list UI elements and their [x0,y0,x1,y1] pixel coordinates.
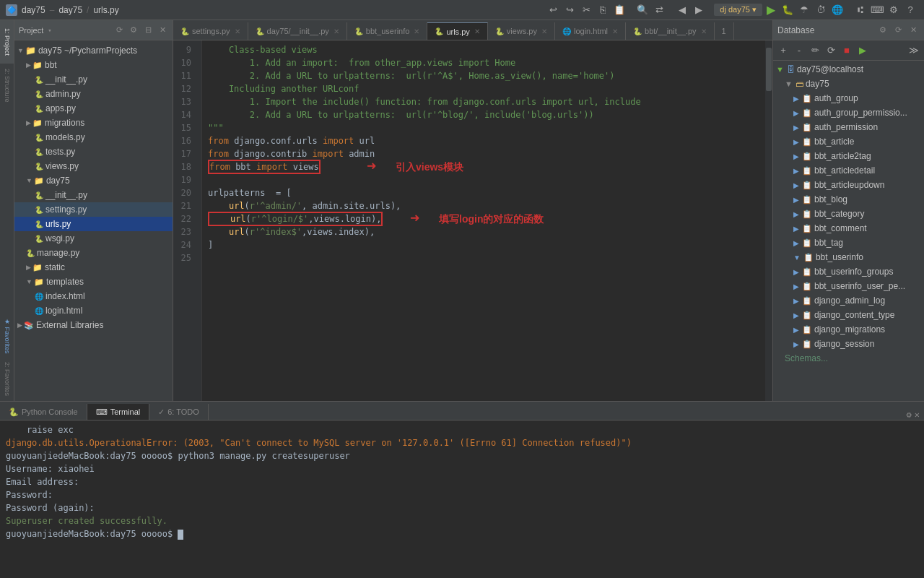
tree-wsgi-py[interactable]: 🐍 wsgi.py [14,231,173,246]
db-close-btn[interactable]: ✕ [907,24,920,37]
tab-views-py[interactable]: 🐍 views.py ✕ [488,22,555,40]
tree-init-py[interactable]: 🐍 __init__.py [14,72,173,87]
db-bbt-article2tag[interactable]: ▶ 📋 bbt_article2tag [773,149,924,163]
database-panel: Database ⚙ ⟳ ✕ + - ✏ ⟳ ■ ▶ ≫ [772,20,924,401]
copy-btn[interactable]: ⎘ [595,3,611,17]
db-django-migrations[interactable]: ▶ 📋 django_migrations [773,322,924,337]
db-add-btn[interactable]: + [776,43,790,58]
terminal-tab[interactable]: ⌨ Terminal [87,404,150,420]
db-refresh-btn[interactable]: ⟳ [892,24,905,37]
tab-favorites[interactable]: ★ Favorites [0,314,14,358]
django-btn[interactable]: 🌐 [829,3,845,17]
db-run-btn[interactable]: ▶ [855,43,870,58]
tree-urls-py[interactable]: 🐍 urls.py [14,217,173,231]
tree-settings-py[interactable]: 🐍 settings.py [14,202,173,217]
db-django-admin-log[interactable]: ▶ 📋 django_admin_log [773,293,924,308]
tabs-bar: 🐍 settings.py ✕ 🐍 day75/__init__.py ✕ 🐍 … [173,20,772,40]
db-server-node[interactable]: ▼ 🗄 day75@localhost [773,62,924,77]
replace-btn[interactable]: ⇄ [651,3,667,17]
tab-day75-init[interactable]: 🐍 day75/__init__.py ✕ [248,22,347,40]
settings-btn[interactable]: ⚙ [886,3,902,17]
tab-favorites2[interactable]: 2: Favorites [0,358,14,401]
cut-btn[interactable]: ✂ [578,3,594,17]
tab-num1[interactable]: 1 [715,22,734,40]
tree-admin-py[interactable]: 🐍 admin.py [14,87,173,101]
tab-bbt-userinfo[interactable]: 🐍 bbt_userinfo ✕ [347,22,428,40]
tree-root[interactable]: ▼ 📁 day75 ~/PycharmProjects [14,43,173,58]
db-settings-btn[interactable]: ⚙ [876,24,889,37]
tree-migrations[interactable]: ▶ 📁 migrations [14,116,173,130]
db-bbt-userinfo-user[interactable]: ▶ 📋 bbt_userinfo_user_pe... [773,279,924,293]
tree-models-py[interactable]: 🐍 models.py [14,130,173,144]
debug-btn[interactable]: 🐛 [780,3,796,17]
project-label: Project [19,26,43,35]
terminal-btn[interactable]: ⌨ [869,3,885,17]
db-auth-group-perm[interactable]: ▶ 📋 auth_group_permissio... [773,105,924,120]
db-bbt-blog[interactable]: ▶ 📋 bbt_blog [773,192,924,207]
db-bbt-articledetail[interactable]: ▶ 📋 bbt_articledetail [773,163,924,178]
coverage-btn[interactable]: ☂ [796,3,812,17]
mini-map[interactable] [765,40,772,401]
terminal-close-icon[interactable]: ✕ [915,410,920,420]
bottom-tabs: 🐍 Python Console ⌨ Terminal ✓ 6: TODO ⚙ … [0,402,924,420]
search-btn[interactable]: 🔍 [635,3,650,17]
tab-project[interactable]: 1: Project [0,20,14,64]
paste-btn[interactable]: 📋 [611,3,627,17]
db-edit-btn[interactable]: ✏ [808,43,822,58]
db-bbt-userinfo-groups[interactable]: ▶ 📋 bbt_userinfo_groups [773,264,924,279]
tree-templates[interactable]: ▼ 📁 templates [14,275,173,289]
db-more-btn[interactable]: ≫ [907,43,921,58]
tab-settings-py[interactable]: 🐍 settings.py ✕ [173,22,248,40]
terminal-content[interactable]: raise exc django.db.utils.OperationalErr… [0,420,924,578]
code-editor[interactable]: 9 10 11 12 13 14 15 16 17 18 19 20 21 22 [173,40,772,401]
db-auth-perm[interactable]: ▶ 📋 auth_permission [773,120,924,134]
tab-urls-py[interactable]: 🐍 urls.py ✕ [427,22,487,40]
db-bbt-comment[interactable]: ▶ 📋 bbt_comment [773,221,924,236]
tree-day75-sub[interactable]: ▼ 📁 day75 [14,173,173,188]
python-console-tab[interactable]: 🐍 Python Console [0,404,87,420]
tree-tests-py[interactable]: 🐍 tests.py [14,144,173,159]
forward-btn[interactable]: ▶ [691,3,707,17]
help-btn[interactable]: ? [902,3,918,17]
db-remove-btn[interactable]: - [792,43,806,58]
db-stop-btn[interactable]: ■ [840,43,854,58]
back-btn[interactable]: ◀ [674,3,690,17]
db-django-session[interactable]: ▶ 📋 django_session [773,337,924,351]
db-schemas[interactable]: Schemas... [773,351,924,366]
tab-bbt-init[interactable]: 🐍 bbt/__init__.py ✕ [626,22,715,40]
code-line-22: url(r'^login/$',views.login), ➜ 填写login的… [208,212,759,225]
db-bbt-articleupdown[interactable]: ▶ 📋 bbt_articleupdown [773,178,924,192]
tree-sub-init[interactable]: 🐍 __init__.py [14,188,173,202]
vcs-btn[interactable]: ⑆ [853,3,868,17]
hide-btn[interactable]: ✕ [157,25,168,36]
db-day75[interactable]: ▼ 🗃 day75 [773,77,924,91]
db-django-content[interactable]: ▶ 📋 django_content_type [773,308,924,322]
db-bbt-userinfo[interactable]: ▼ 📋 bbt_userinfo [773,250,924,264]
run-config-selector[interactable]: dj day75 ▾ [714,4,762,16]
tree-views-py[interactable]: 🐍 views.py [14,159,173,173]
todo-tab[interactable]: ✓ 6: TODO [149,404,209,420]
undo-btn[interactable]: ↩ [545,3,561,17]
db-refresh2-btn[interactable]: ⟳ [824,43,838,58]
tree-bbt-folder[interactable]: ▶ 📁 bbt [14,58,173,72]
db-bbt-tag[interactable]: ▶ 📋 bbt_tag [773,236,924,250]
db-bbt-category[interactable]: ▶ 📋 bbt_category [773,207,924,221]
profile-btn[interactable]: ⏱ [813,3,829,17]
tree-manage-py[interactable]: 🐍 manage.py [14,246,173,260]
tree-external-libs[interactable]: ▶ 📚 External Libraries [14,318,173,332]
db-bbt-article[interactable]: ▶ 📋 bbt_article [773,134,924,149]
expand-btn[interactable]: ⊟ [142,25,154,36]
run-btn[interactable]: ▶ [763,3,779,17]
tree-static[interactable]: ▶ 📁 static [14,260,173,275]
gear-btn[interactable]: ⚙ [128,25,139,36]
tab-login-html[interactable]: 🌐 login.html ✕ [555,22,626,40]
tree-index-html[interactable]: 🌐 index.html [14,289,173,303]
sync-btn[interactable]: ⟳ [113,25,125,36]
tree-apps-py[interactable]: 🐍 apps.py [14,101,173,116]
tree-login-html[interactable]: 🌐 login.html [14,303,173,318]
tab-structure[interactable]: 2: Structure [0,64,14,107]
code-content[interactable]: Class-based views 1. Add an import: from… [202,40,765,401]
terminal-settings-icon[interactable]: ⚙ [907,410,912,420]
redo-btn[interactable]: ↪ [562,3,578,17]
db-auth-group[interactable]: ▶ 📋 auth_group [773,91,924,105]
